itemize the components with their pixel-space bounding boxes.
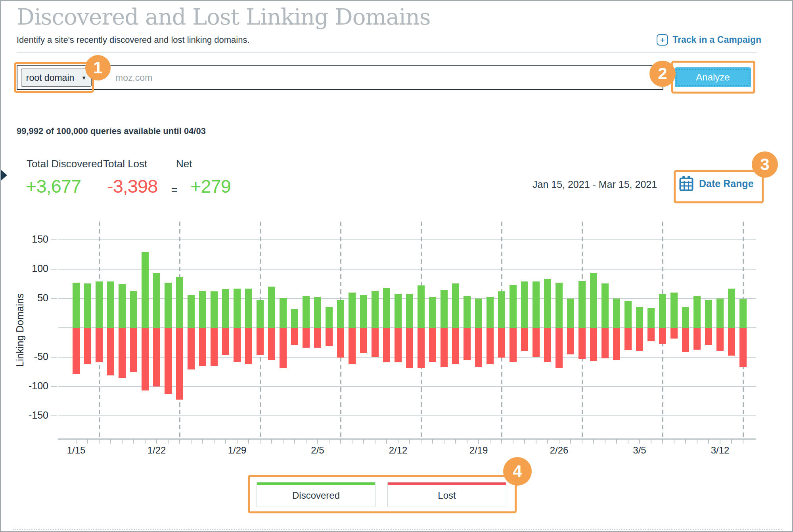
- x-tick-label: 3/12: [702, 445, 738, 456]
- bar-discovered: [475, 299, 482, 328]
- bar-lost: [142, 328, 149, 390]
- legend-item-lost[interactable]: Lost: [387, 482, 506, 507]
- bar-discovered: [429, 297, 436, 328]
- x-day-tick: [386, 440, 387, 444]
- analyze-button[interactable]: Analyze: [675, 67, 751, 87]
- bar-discovered: [211, 291, 218, 328]
- bar-discovered: [291, 309, 298, 328]
- x-day-tick: [375, 440, 375, 444]
- bar-discovered: [647, 308, 655, 328]
- bar-discovered: [188, 295, 195, 328]
- x-day-tick: [133, 440, 134, 444]
- bar-discovered: [337, 300, 344, 328]
- bar-lost: [107, 328, 114, 375]
- bar-discovered: [84, 283, 91, 328]
- x-day-tick: [501, 440, 502, 444]
- bar-discovered: [418, 285, 425, 328]
- bar-lost: [578, 328, 586, 359]
- x-day-tick: [731, 440, 732, 444]
- step-badge-4: 4: [503, 457, 532, 486]
- bar-lost: [464, 328, 471, 360]
- total-lost-value: -3,398: [107, 175, 157, 197]
- bar-lost: [395, 328, 402, 362]
- bar-lost: [280, 328, 287, 368]
- x-day-tick: [432, 440, 433, 444]
- x-tick-label: 2/5: [300, 445, 335, 456]
- bar-lost: [487, 328, 494, 364]
- y-tick-label: -150: [16, 410, 48, 421]
- x-day-tick: [352, 440, 352, 444]
- bar-discovered: [383, 288, 390, 328]
- header-divider: [17, 52, 757, 53]
- scope-dropdown[interactable]: root domain ▼: [21, 69, 92, 87]
- y-tick-label: -100: [16, 380, 48, 392]
- x-day-tick: [191, 440, 192, 444]
- x-tick-label: 2/12: [380, 445, 416, 456]
- x-day-tick: [651, 440, 651, 444]
- bar-discovered: [555, 283, 563, 328]
- plus-icon: +: [657, 34, 668, 46]
- total-discovered-label: Total Discovered: [27, 158, 103, 170]
- y-tick-mark: [51, 357, 57, 358]
- bar-discovered: [303, 296, 310, 328]
- x-day-tick: [329, 440, 329, 444]
- bottom-divider: [13, 529, 782, 530]
- bar-discovered: [130, 291, 137, 328]
- bar-discovered: [96, 281, 103, 328]
- x-day-tick: [122, 440, 123, 444]
- bar-lost: [372, 328, 379, 357]
- x-day-tick: [662, 440, 663, 444]
- bar-discovered: [532, 281, 540, 328]
- x-tick-label: 1/22: [139, 445, 174, 456]
- bar-lost: [326, 328, 333, 346]
- bar-lost: [360, 328, 367, 353]
- bar-discovered: [693, 296, 701, 328]
- bar-lost: [337, 328, 344, 358]
- legend-label-lost: Lost: [438, 488, 456, 501]
- x-day-tick: [294, 440, 295, 444]
- track-in-campaign-link[interactable]: + Track in a Campaign: [657, 34, 761, 46]
- bar-discovered: [487, 297, 494, 328]
- bar-lost: [693, 328, 701, 350]
- bar-discovered: [716, 299, 724, 328]
- bar-lost: [521, 328, 528, 351]
- bar-lost: [510, 328, 517, 362]
- bar-discovered: [73, 283, 80, 328]
- x-day-tick: [490, 440, 490, 444]
- bar-discovered: [705, 300, 712, 328]
- x-day-tick: [708, 440, 709, 444]
- bar-lost: [303, 328, 310, 348]
- bar-discovered: [326, 307, 333, 328]
- x-day-tick: [306, 440, 306, 444]
- legend-item-discovered[interactable]: Discovered: [257, 482, 375, 507]
- bar-discovered: [510, 285, 517, 328]
- gridline: [58, 239, 756, 240]
- gridline: [58, 269, 756, 270]
- bar-lost: [670, 328, 678, 339]
- calendar-icon: [679, 176, 693, 191]
- bar-lost: [211, 328, 218, 366]
- x-day-tick: [674, 440, 674, 444]
- bar-discovered: [257, 300, 264, 328]
- search-input[interactable]: [115, 68, 473, 88]
- page-title: Discovered and Lost Linking Domains: [17, 4, 431, 30]
- bar-lost: [291, 328, 298, 345]
- equals-sign: =: [171, 184, 177, 196]
- x-day-tick: [237, 440, 238, 444]
- bar-discovered: [245, 289, 252, 328]
- bar-lost: [153, 328, 160, 387]
- bookmark-arrow-icon: [1, 170, 7, 181]
- bar-lost: [268, 328, 275, 360]
- x-day-tick: [720, 440, 720, 444]
- y-tick-label: 50: [16, 292, 48, 304]
- bar-discovered: [739, 299, 747, 328]
- y-tick-mark: [51, 239, 57, 240]
- highlight-box-step4: Discovered Lost: [248, 475, 517, 513]
- bar-discovered: [234, 289, 241, 328]
- y-tick-mark: [51, 298, 57, 299]
- date-range-button[interactable]: Date Range: [679, 176, 754, 191]
- bar-lost: [176, 328, 183, 400]
- step-badge-2: 2: [649, 61, 676, 87]
- bar-discovered: [142, 252, 149, 328]
- x-day-tick: [536, 440, 536, 444]
